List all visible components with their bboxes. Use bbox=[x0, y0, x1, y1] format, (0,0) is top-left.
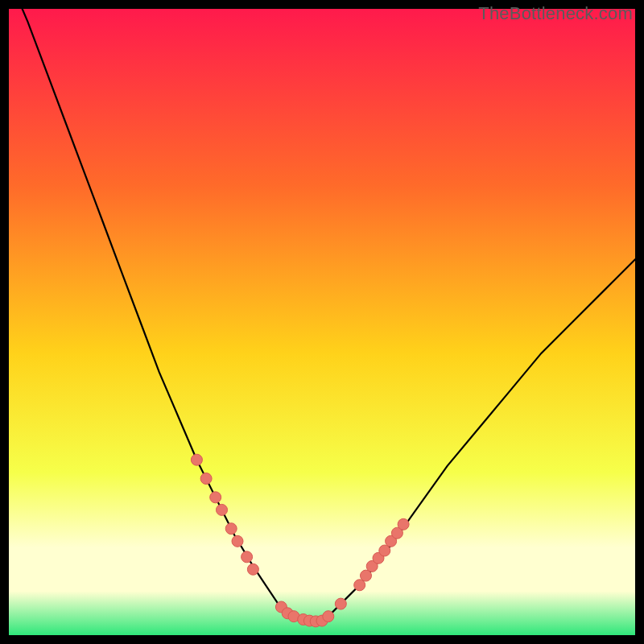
data-point bbox=[210, 492, 221, 503]
data-point bbox=[225, 523, 237, 535]
chart-frame bbox=[9, 9, 635, 635]
data-point bbox=[217, 504, 228, 515]
chart-svg bbox=[9, 9, 635, 635]
data-point bbox=[242, 551, 253, 563]
watermark-text: TheBottleneck.com bbox=[478, 3, 633, 24]
chart-background bbox=[9, 9, 635, 635]
data-point bbox=[323, 611, 334, 622]
data-point bbox=[200, 473, 212, 485]
data-point bbox=[191, 454, 202, 465]
data-point bbox=[232, 535, 243, 547]
data-point bbox=[398, 518, 409, 530]
data-point bbox=[247, 564, 258, 575]
data-point bbox=[335, 598, 346, 609]
